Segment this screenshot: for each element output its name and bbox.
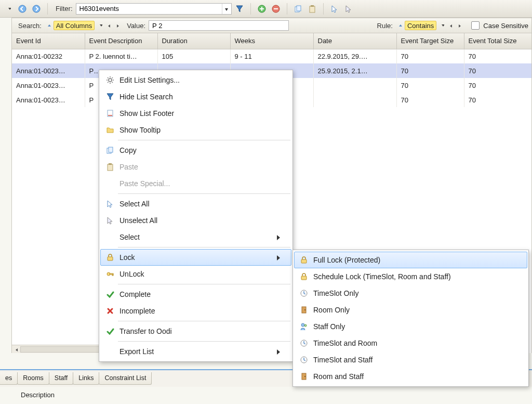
value-input[interactable]	[149, 20, 289, 31]
page-minus-icon	[103, 109, 117, 118]
menu-item-label: Room Only	[313, 306, 516, 314]
menu-item-show-tooltip[interactable]: Show Tooltip	[100, 122, 291, 138]
lock-icon	[297, 256, 311, 264]
menu-item-room-and-staff[interactable]: Room and Staff	[294, 368, 527, 385]
menu-item-schedule-lock-timeslot-room-and-staff[interactable]: Schedule Lock (TimeSlot, Room and Staff)	[294, 268, 527, 285]
table-cell: 70	[396, 93, 464, 107]
menu-item-export-list[interactable]: Export List	[100, 343, 291, 360]
table-cell: 70	[396, 78, 464, 93]
menu-item-show-list-footer[interactable]: Show List Footer	[100, 105, 291, 122]
menu-item-timeslot-only[interactable]: TimeSlot Only	[294, 285, 527, 302]
menu-separator	[118, 341, 290, 342]
column-header[interactable]: Weeks	[230, 33, 313, 49]
separator	[287, 3, 287, 15]
menu-item-label: Transfer to Oodi	[119, 327, 281, 335]
funnel-icon	[103, 93, 117, 101]
next-icon[interactable]	[114, 22, 121, 29]
rule-chip[interactable]: Contains	[405, 21, 436, 30]
table-cell: 105	[157, 49, 230, 63]
menu-separator	[118, 140, 290, 140]
add-button[interactable]	[256, 3, 268, 15]
nav-forward-button[interactable]	[30, 3, 43, 15]
paste-button[interactable]	[306, 3, 318, 15]
menu-item-incomplete[interactable]: Incomplete	[100, 303, 291, 319]
menu-item-complete[interactable]: Complete	[100, 286, 291, 303]
menu-item-select[interactable]: Select	[100, 229, 291, 245]
tab-constraint-list[interactable]: Constraint List	[99, 372, 152, 385]
table-row[interactable]: Anna:01-00232P 2. luennot ti…1059 - 1122…	[12, 49, 531, 63]
filter-dropdown-icon[interactable]	[222, 4, 231, 14]
table-cell: P 2. luennot ti…	[85, 49, 157, 63]
menu-item-select-all[interactable]: Select All	[100, 196, 291, 212]
menu-item-label: Incomplete	[119, 307, 281, 315]
menu-item-label: Room and Staff	[313, 372, 516, 381]
copy-button[interactable]	[292, 3, 304, 15]
column-header[interactable]: Event Total Size	[464, 33, 531, 49]
funnel-icon[interactable]	[233, 3, 246, 15]
menu-item-copy[interactable]: Copy	[100, 142, 291, 159]
column-header[interactable]: Event Description	[85, 33, 157, 49]
filter-input[interactable]	[76, 4, 222, 14]
menu-item-label: TimeSlot and Room	[313, 339, 516, 347]
check-icon	[103, 290, 117, 298]
tab-rooms[interactable]: Rooms	[17, 372, 49, 385]
nav-back-button[interactable]	[16, 3, 29, 15]
table-cell: Anna:01-0023…	[12, 93, 85, 107]
value-label: Value:	[127, 22, 145, 30]
column-header[interactable]: Date	[313, 33, 396, 49]
table-cell: 70	[464, 49, 531, 63]
menu-dropdown-icon[interactable]	[2, 3, 15, 15]
scroll-left-icon[interactable]	[12, 346, 20, 353]
separator	[250, 3, 251, 15]
separator	[323, 3, 324, 15]
menu-item-lock[interactable]: Lock	[100, 249, 291, 266]
column-header[interactable]: Event Target Size	[396, 33, 464, 49]
menu-item-unselect-all[interactable]: Unselect All	[100, 212, 291, 229]
filter-combobox[interactable]	[76, 3, 232, 15]
case-sensitive-label: Case Sensitive	[483, 22, 528, 30]
menu-item-full-lock-protected[interactable]: Full Lock (Protected)	[294, 252, 527, 268]
chip-dropdown-icon[interactable]	[438, 22, 445, 29]
case-sensitive-checkbox[interactable]	[471, 21, 480, 30]
menu-separator	[118, 193, 290, 194]
menu-item-label: Select All	[119, 200, 281, 208]
cursor2-icon	[103, 216, 117, 225]
lock-icon	[103, 253, 117, 262]
column-header[interactable]: Event Id	[12, 33, 85, 49]
menu-item-unlock[interactable]: UnLock	[100, 266, 291, 282]
column-header[interactable]: Duration	[157, 33, 230, 49]
menu-item-transfer-to-oodi[interactable]: Transfer to Oodi	[100, 323, 291, 340]
next-icon[interactable]	[456, 22, 463, 29]
menu-item-hide-list-search[interactable]: Hide List Search	[100, 88, 291, 105]
remove-button[interactable]	[270, 3, 282, 15]
menu-item-label: Complete	[119, 290, 281, 298]
menu-item-label: Show List Footer	[119, 109, 281, 118]
select-cursor-icon[interactable]	[328, 3, 341, 15]
prev-icon[interactable]	[447, 22, 454, 29]
folder-icon	[103, 126, 117, 134]
rule-label: Rule:	[377, 22, 393, 30]
columns-chip[interactable]: All Columns	[54, 21, 95, 30]
unselect-cursor-icon[interactable]	[342, 3, 355, 15]
gear-icon	[103, 76, 117, 84]
check-icon	[103, 327, 117, 335]
tab-es[interactable]: es	[0, 372, 18, 385]
menu-item-label: Staff Only	[313, 322, 516, 331]
menu-item-paste: Paste	[100, 159, 291, 175]
chip-dropdown-icon[interactable]	[96, 22, 103, 29]
menu-item-room-only[interactable]: Room Only	[294, 302, 527, 318]
sort-up-icon[interactable]	[45, 22, 52, 29]
menu-item-staff-only[interactable]: Staff Only	[294, 318, 527, 335]
prev-icon[interactable]	[105, 22, 112, 29]
menu-item-timeslot-and-staff[interactable]: TimeSlot and Staff	[294, 351, 527, 368]
sort-up-icon[interactable]	[396, 22, 403, 29]
tab-staff[interactable]: Staff	[49, 372, 73, 385]
tab-links[interactable]: Links	[73, 372, 99, 385]
submenu-arrow-icon	[275, 348, 281, 355]
separator	[47, 3, 48, 15]
submenu-arrow-icon	[275, 254, 281, 261]
table-cell: Anna:01-0023…	[12, 63, 85, 78]
menu-item-edit-list-settings[interactable]: Edit List Settings...	[100, 72, 291, 88]
table-cell: 70	[396, 49, 464, 63]
menu-item-timeslot-and-room[interactable]: TimeSlot and Room	[294, 335, 527, 351]
